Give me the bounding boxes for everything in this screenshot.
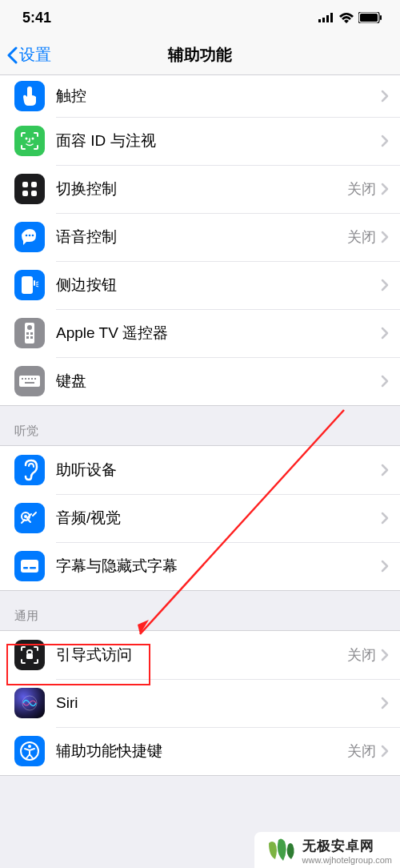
svg-rect-6 [380,15,382,20]
chevron-right-icon [381,745,389,757]
voice-control-icon [14,222,45,252]
audio-visual-icon [14,503,45,533]
row-value: 关闭 [347,227,376,247]
svg-rect-36 [26,653,33,659]
row-accessibility-shortcut[interactable]: 辅助功能快捷键 关闭 [0,727,400,775]
svg-rect-0 [318,19,321,22]
watermark: 无极安卓网 www.wjhotelgroup.com [254,832,401,868]
chevron-right-icon [381,327,389,340]
chevron-right-icon [381,512,389,524]
rows-group-0: 触控 面容 ID 与注视 切换控制 关闭 语音控制 关闭 [0,75,400,406]
wifi-icon [339,13,354,23]
svg-rect-16 [22,276,33,294]
row-label: 音频/视觉 [56,508,381,528]
chevron-right-icon [381,135,389,147]
svg-rect-1 [322,18,325,22]
content: 触控 面容 ID 与注视 切换控制 关闭 语音控制 关闭 [0,75,400,776]
row-label: Siri [56,694,381,712]
row-faceid[interactable]: 面容 ID 与注视 [0,117,400,165]
row-label: 面容 ID 与注视 [56,131,381,151]
rows-group-2: 引导式访问 关闭 Siri 辅助功能快捷键 关闭 [0,630,400,776]
row-label: 键盘 [56,371,381,392]
svg-point-14 [29,235,31,237]
signal-icon [318,13,334,22]
row-label: 助听设备 [56,460,381,480]
status-bar: 5:41 [0,0,400,35]
subtitles-icon [14,551,45,581]
svg-rect-9 [22,182,28,187]
svg-rect-26 [25,378,26,380]
row-label: 触控 [56,86,381,106]
row-side-button[interactable]: 侧边按钮 [0,261,400,309]
svg-rect-24 [19,376,40,387]
touch-icon [14,81,45,111]
row-label: 引导式访问 [56,645,347,665]
svg-rect-27 [28,378,30,380]
svg-rect-21 [30,332,33,335]
svg-rect-2 [326,15,329,22]
section-header-general: 通用 [0,591,400,630]
remote-icon [14,318,45,348]
status-time: 5:41 [22,10,51,26]
chevron-right-icon [381,697,389,709]
side-button-icon [14,270,45,300]
siri-icon [14,688,45,718]
chevron-right-icon [381,183,389,195]
svg-rect-12 [31,191,37,196]
row-switch-control[interactable]: 切换控制 关闭 [0,165,400,213]
svg-rect-30 [25,382,34,384]
row-label: 切换控制 [56,179,347,199]
chevron-right-icon [381,464,389,476]
row-audio-visual[interactable]: 音频/视觉 [0,494,400,542]
switch-control-icon [14,174,45,204]
svg-rect-10 [31,182,37,187]
row-value: 关闭 [347,741,376,761]
svg-rect-28 [31,378,33,380]
svg-point-15 [32,235,34,237]
row-value: 关闭 [347,179,376,199]
row-label: 侧边按钮 [56,275,381,295]
svg-rect-25 [22,378,23,380]
svg-point-7 [26,138,28,140]
back-button[interactable]: 设置 [0,44,51,66]
row-guided-access[interactable]: 引导式访问 关闭 [0,631,400,679]
section-header-hearing: 听觉 [0,406,400,445]
accessibility-icon [14,736,45,766]
svg-rect-3 [330,13,333,22]
svg-point-8 [32,138,34,140]
svg-point-13 [26,235,28,237]
svg-point-19 [27,325,32,330]
row-keyboard[interactable]: 键盘 [0,357,400,405]
svg-rect-5 [360,14,378,22]
row-label: 字幕与隐藏式字幕 [56,556,381,577]
row-hearing-devices[interactable]: 助听设备 [0,446,400,494]
chevron-left-icon [6,46,18,64]
guided-access-icon [14,640,45,670]
row-label: 语音控制 [56,227,347,247]
chevron-right-icon [381,231,389,243]
svg-rect-23 [30,336,33,339]
row-appletv-remote[interactable]: Apple TV 遥控器 [0,309,400,357]
keyboard-icon [14,366,45,396]
back-label: 设置 [19,44,51,66]
page-title: 辅助功能 [168,44,232,66]
ear-icon [14,455,45,485]
chevron-right-icon [381,649,389,661]
faceid-icon [14,126,45,156]
battery-icon [358,12,382,23]
rows-group-1: 助听设备 音频/视觉 字幕与隐藏式字幕 [0,445,400,591]
row-voice-control[interactable]: 语音控制 关闭 [0,213,400,261]
nav-bar: 设置 辅助功能 [0,35,400,75]
svg-rect-11 [22,191,28,196]
svg-rect-17 [34,280,35,286]
svg-rect-34 [23,567,28,569]
row-siri[interactable]: Siri [0,679,400,727]
row-touch[interactable]: 触控 [0,75,400,117]
row-label: Apple TV 遥控器 [56,323,381,344]
row-subtitles[interactable]: 字幕与隐藏式字幕 [0,542,400,590]
status-icons [318,12,382,23]
row-label: 辅助功能快捷键 [56,741,347,762]
chevron-right-icon [381,560,389,573]
svg-rect-35 [30,567,36,569]
svg-point-39 [28,745,31,748]
